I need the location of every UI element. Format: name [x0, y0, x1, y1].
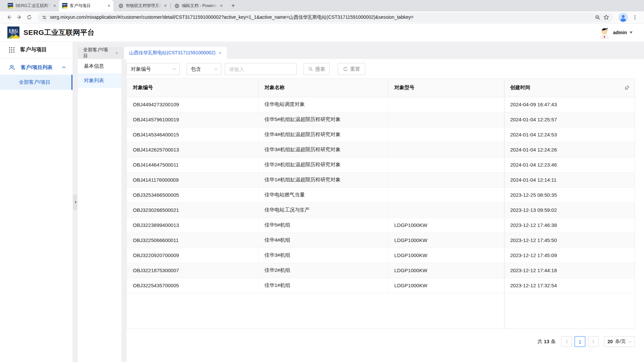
globe-icon: [174, 3, 179, 8]
table-row[interactable]: OBJ3253466500005佳华电站燃气当量2023-12-25 08:50…: [127, 187, 635, 202]
people-icon: [9, 64, 15, 70]
apps-grid-icon: [9, 47, 14, 53]
chevron-up-icon[interactable]: [62, 66, 66, 69]
user-avatar: [598, 26, 610, 39]
submenu-item-basic-info[interactable]: 基本信息: [78, 59, 121, 73]
table-row[interactable]: OBJ4141176000009佳华1#机组缸温超限历程研究对象2024-01-…: [127, 172, 635, 187]
browser-tab-customer-project[interactable]: ERG 客户与项目 ×: [59, 0, 113, 11]
tab-label: 全部客户/项目: [83, 47, 112, 59]
table-cell: 佳华1#机组缸温超限历程研究对象: [258, 172, 388, 187]
browser-profile-icon[interactable]: [619, 13, 628, 22]
tab-shanxi-jiahua-station[interactable]: 山西佳华瓦斯电站(CST31711591000002) ×: [124, 47, 227, 59]
next-page-button[interactable]: [588, 336, 599, 347]
submenu-label: 对象列表: [84, 77, 104, 84]
serg-logo: ERGSample: [7, 26, 19, 39]
bookmark-star-icon[interactable]: [603, 14, 609, 20]
table-row[interactable]: OBJ3230266500021佳华电站工况与生产2023-12-13 09:5…: [127, 202, 635, 218]
tab-close-icon[interactable]: ×: [220, 3, 223, 8]
browser-tab-edit-doc[interactable]: 编辑文档 - Powered by MinDo ×: [171, 0, 226, 11]
table-cell: 2024-01-04 12:23:46: [504, 157, 635, 172]
url-text[interactable]: serg.mixyun.com/mixapplication/#/custome…: [50, 14, 592, 20]
group-label: 客户/项目列表: [21, 64, 52, 71]
browser-tab-doc-system[interactable]: 智物联文档管理系统 - Powered ×: [115, 0, 170, 11]
search-button[interactable]: 搜索: [304, 63, 330, 75]
table-row[interactable]: OBJ4494273200109佳华电站调度对象2024-04-09 16:47…: [127, 97, 635, 112]
table-cell: [388, 172, 504, 187]
keyword-input[interactable]: [225, 63, 297, 75]
field-select[interactable]: 对象编号: [126, 63, 180, 75]
table-cell: [388, 187, 504, 202]
column-header-create-time[interactable]: 创建时间: [504, 79, 635, 97]
table-cell: LDGP1000KW: [388, 248, 504, 263]
column-header-object-id[interactable]: 对象编号: [127, 79, 258, 97]
table-row[interactable]: OBJ3225435700005佳华1#机组LDGP1000KW2023-12-…: [127, 278, 635, 293]
table-header-row: 对象编号 对象名称 对象型号 创建时间: [127, 79, 635, 97]
chevron-down-icon: [628, 341, 632, 343]
detail-submenu: 基本信息 对象列表: [78, 59, 121, 362]
table-row[interactable]: OBJ3223899400013佳华5#机组LDGP1000KW2023-12-…: [127, 218, 635, 233]
tab-close-icon[interactable]: ×: [164, 3, 167, 8]
table-cell: 佳华5#机组: [258, 218, 388, 233]
user-menu-caret-icon: [630, 32, 633, 34]
column-header-object-name[interactable]: 对象名称: [258, 79, 388, 97]
table-cell: 佳华2#机组缸温超限历程研究对象: [258, 157, 388, 172]
tab-all-customers[interactable]: 全部客户/项目 ×: [78, 47, 124, 59]
table-cell: OBJ3220920700009: [127, 248, 258, 263]
tab-close-icon[interactable]: ×: [108, 3, 110, 8]
table-cell: OBJ4142625700013: [127, 142, 258, 157]
table-cell: 佳华5#机组缸温超限历程研究对象: [258, 112, 388, 127]
tab-separator: [170, 3, 171, 8]
table-cell: [388, 157, 504, 172]
submenu-item-object-list[interactable]: 对象列表: [78, 73, 121, 88]
pin-icon[interactable]: [625, 85, 630, 91]
sidebar-collapse-handle[interactable]: [73, 194, 77, 210]
sidebar-item-all-customers[interactable]: 全部客户/项目: [0, 75, 72, 90]
table-cell: LDGP1000KW: [388, 233, 504, 248]
sidebar: 客户与项目 客户/项目列表 全部客户/项目: [0, 42, 72, 362]
table-row[interactable]: OBJ4145796100019佳华5#机组缸温超限历程研究对象2024-01-…: [127, 112, 635, 127]
tab-close-icon[interactable]: ×: [53, 3, 56, 8]
zoom-icon[interactable]: [595, 14, 600, 20]
table-row[interactable]: OBJ4144647500011佳华2#机组缸温超限历程研究对象2024-01-…: [127, 157, 635, 172]
table-cell: [388, 142, 504, 157]
table-cell: 佳华3#机组缸温超限历程研究对象: [258, 142, 388, 157]
operator-select[interactable]: 包含: [186, 63, 221, 75]
reset-icon: [343, 67, 348, 71]
column-header-object-model[interactable]: 对象型号: [388, 79, 504, 97]
tab-close-icon[interactable]: ×: [115, 50, 118, 56]
table-row[interactable]: OBJ3221875300007佳华2#机组LDGP1000KW2023-12-…: [127, 263, 635, 278]
forward-icon[interactable]: [14, 12, 24, 22]
page-size-select[interactable]: 20 条/页: [604, 336, 635, 347]
reset-button[interactable]: 重置: [338, 63, 365, 75]
content-body: 基本信息 对象列表 对象编号 包含: [78, 59, 644, 362]
reload-icon[interactable]: [24, 12, 34, 22]
prev-page-button[interactable]: [561, 336, 572, 347]
tab-close-icon[interactable]: ×: [219, 50, 221, 56]
table-cell: [388, 127, 504, 142]
url-bar[interactable]: serg.mixyun.com/mixapplication/#/custome…: [38, 13, 613, 22]
browser-menu-kebab-icon[interactable]: [630, 12, 640, 22]
current-page-button[interactable]: 1: [575, 336, 585, 347]
panel-gap: [121, 59, 126, 362]
app-title: SERG工业互联网平台: [23, 28, 95, 37]
browser-tab-label: SERG工业互联网平台: [15, 3, 51, 9]
chevron-down-icon: [214, 68, 218, 70]
table-row[interactable]: OBJ3220920700009佳华3#机组LDGP1000KW2023-12-…: [127, 248, 635, 263]
sidebar-module-title[interactable]: 客户与项目: [0, 42, 72, 58]
table-row[interactable]: OBJ3225066600011佳华4#机组LDGP1000KW2023-12-…: [127, 233, 635, 248]
table-cell: 2023-12-12 17:46:38: [504, 218, 635, 233]
site-settings-icon[interactable]: [42, 15, 47, 20]
table-row[interactable]: OBJ4142625700013佳华3#机组缸温超限历程研究对象2024-01-…: [127, 142, 635, 157]
back-icon[interactable]: [4, 12, 14, 22]
user-menu[interactable]: admin: [598, 26, 637, 39]
sidebar-item-label: 全部客户/项目: [19, 79, 50, 85]
sidebar-group-customer-project-list[interactable]: 客户/项目列表: [0, 60, 72, 75]
browser-tab-serg-platform[interactable]: ERG SERG工业互联网平台 ×: [5, 0, 59, 11]
table-cell: OBJ3221875300007: [127, 263, 258, 278]
new-tab-button[interactable]: +: [229, 2, 237, 9]
table-row[interactable]: OBJ4145346400015佳华4#机组缸温超限历程研究对象2024-01-…: [127, 127, 635, 142]
pagination: 共 13 条 1 20 条/页: [126, 336, 635, 347]
globe-icon: [118, 3, 123, 8]
page-size-suffix: 条/页: [615, 339, 626, 345]
table-cell: OBJ3223899400013: [127, 218, 258, 233]
